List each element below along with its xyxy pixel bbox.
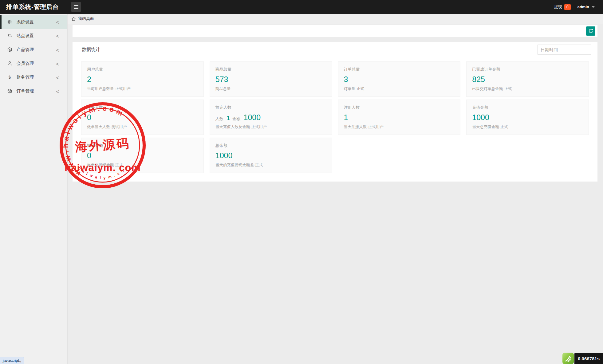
card-registered-users: 注册人数 1 当天注册人数-正式用户 (338, 100, 461, 135)
card-value: 3 (344, 75, 455, 84)
card-total-products: 商品总量 573 商品总量 (210, 61, 332, 97)
card-subtitle: 当天注册人数-正式用户 (344, 124, 455, 130)
svg-text:$: $ (8, 75, 11, 80)
thinkphp-logo-icon[interactable] (562, 353, 574, 364)
withdraw-label: 提现 (554, 4, 562, 10)
panel-title: 数据统计 (82, 47, 100, 52)
card-title: 用户总量 (87, 67, 198, 72)
sidebar-item-member-management[interactable]: 会员管理 < (0, 57, 67, 70)
card-subtitle: 当天总充值金额-正式 (472, 124, 583, 130)
topbar-right: 提现 0 admin (554, 0, 595, 14)
card-value: 1 (344, 113, 455, 122)
sidebar-item-product-management[interactable]: 产品管理 < (0, 43, 67, 57)
link-status-tooltip: javascript:; (0, 357, 24, 364)
card-first-recharge: 首充人数 人数: 1 金额: 1000 当天充值人数及金额-正式用户 (210, 100, 332, 135)
sidebar-item-system-settings[interactable]: 系统设置 < (0, 15, 67, 29)
site-icon (7, 33, 12, 38)
refresh-button[interactable] (586, 26, 595, 36)
breadcrumb-label[interactable]: 我的桌面 (78, 16, 94, 22)
sidebar-item-site-settings[interactable]: 站点设置 < (0, 29, 67, 43)
card-total-users: 用户总量 2 当前用户总数量-正式用户 (81, 61, 204, 97)
chevron-left-icon: < (56, 33, 59, 39)
chevron-left-icon: < (56, 88, 59, 94)
card-value: 人数: 1 金额: 1000 (215, 113, 326, 122)
product-cube-icon (7, 47, 12, 52)
withdraw-menu-item[interactable]: 提现 0 (554, 4, 571, 10)
card-completed-order-amount: 已完成订单金额 825 已提交订单总金额-正式 (466, 61, 589, 97)
card-subtitle: 当前用户总数量-正式用户 (87, 86, 198, 92)
card-withdraw-amount: 提现金额 0 当天总提现金额-正式 (81, 138, 204, 173)
date-input[interactable] (537, 45, 591, 55)
hamburger-icon (74, 5, 78, 6)
card-value: 573 (215, 75, 326, 84)
card-recharge-amount: 充值金额 1000 当天总充值金额-正式 (466, 100, 589, 135)
card-title: 注册人数 (344, 105, 455, 110)
app-title: 排单系统-管理后台 (0, 3, 59, 11)
sidebar: 系统设置 < 站点设置 < 产品管理 < (0, 14, 68, 364)
chevron-left-icon: < (56, 60, 59, 67)
sidebar-toggle-button[interactable] (71, 2, 81, 12)
gear-icon (7, 19, 12, 25)
member-icon (7, 61, 12, 66)
content: 数据统计 用户总量 2 当前用户总数量-正式用户 商品总量 573 商品总量 (68, 24, 603, 182)
pair-value: 1 (227, 114, 230, 121)
card-subtitle: 当天的充值提现余额差-正式 (215, 162, 326, 168)
card-title: 总余额 (215, 143, 326, 148)
sidebar-item-label: 产品管理 (17, 47, 34, 53)
card-title: 任务人数 (87, 105, 198, 110)
pair-label: 金额: (232, 116, 242, 121)
chevron-left-icon: < (56, 74, 59, 80)
finance-dollar-icon: $ (7, 75, 12, 80)
card-title: 充值金额 (472, 105, 583, 110)
chevron-left-icon: < (56, 46, 59, 53)
card-value: 1000 (215, 151, 326, 160)
user-dropdown[interactable]: admin (577, 5, 595, 9)
username: admin (577, 5, 589, 9)
card-total-orders: 订单总量 3 订单量-正式 (338, 61, 461, 97)
home-icon (71, 17, 76, 21)
card-title: 首充人数 (215, 105, 326, 110)
card-subtitle: 当天充值人数及金额-正式用户 (215, 124, 326, 130)
card-title: 已完成订单金额 (472, 67, 583, 72)
card-subtitle: 商品总量 (215, 86, 326, 92)
sidebar-item-label: 订单管理 (17, 88, 34, 94)
debug-timer-bar: 0.066781s (562, 353, 603, 364)
pair-value: 1000 (244, 113, 261, 122)
card-task-users: 任务人数 0 做单当天人数-测试用户 (81, 100, 204, 135)
card-value: 0 (87, 151, 198, 160)
toolbar (73, 25, 597, 37)
card-value: 825 (472, 75, 583, 84)
panel-header: 数据统计 (73, 42, 597, 57)
card-subtitle: 订单量-正式 (344, 86, 455, 92)
card-title: 提现金额 (87, 143, 198, 148)
chevron-down-icon (591, 6, 595, 8)
card-subtitle: 做单当天人数-测试用户 (87, 124, 198, 130)
stats-panel: 数据统计 用户总量 2 当前用户总数量-正式用户 商品总量 573 商品总量 (73, 42, 597, 182)
sidebar-item-label: 财务管理 (17, 75, 34, 80)
main-area: 我的桌面 数据统计 用户总量 2 (68, 14, 603, 364)
sidebar-item-order-management[interactable]: 订单管理 < (0, 84, 67, 98)
withdraw-count-badge: 0 (564, 4, 571, 10)
sidebar-item-finance-management[interactable]: $ 财务管理 < (0, 70, 67, 84)
sidebar-item-label: 系统设置 (17, 19, 34, 25)
sidebar-item-label: 站点设置 (17, 33, 34, 39)
sidebar-item-label: 会员管理 (17, 61, 34, 66)
refresh-icon (588, 28, 594, 34)
card-subtitle: 当天总提现金额-正式 (87, 162, 198, 168)
card-title: 订单总量 (344, 67, 455, 72)
pair-label: 人数: (215, 116, 225, 121)
breadcrumb: 我的桌面 (68, 14, 603, 24)
card-value: 2 (87, 75, 198, 84)
card-subtitle: 已提交订单总金额-正式 (472, 86, 583, 92)
stats-cards: 用户总量 2 当前用户总数量-正式用户 商品总量 573 商品总量 订单总量 3… (73, 57, 597, 182)
card-total-balance: 总余额 1000 当天的充值提现余额差-正式 (210, 138, 332, 173)
card-value: 1000 (472, 113, 583, 122)
page-load-time: 0.066781s (574, 353, 603, 364)
card-title: 商品总量 (215, 67, 326, 72)
order-box-icon (7, 88, 12, 94)
topbar: 排单系统-管理后台 提现 0 admin (0, 0, 603, 14)
chevron-left-icon: < (56, 19, 59, 25)
card-value: 0 (87, 113, 198, 122)
